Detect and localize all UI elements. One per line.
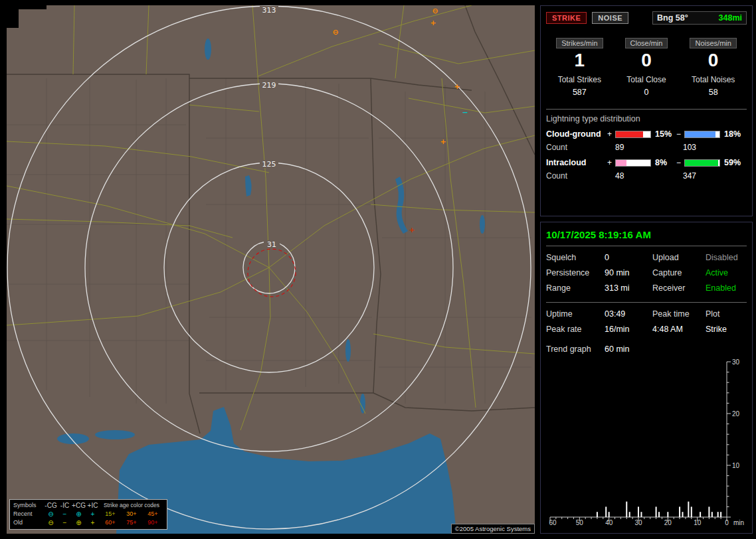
- map-view[interactable]: 313 219 125 31 ⊖+⊖+−++ Symbols -CG -IC +…: [7, 5, 535, 534]
- range-label: Range: [546, 283, 605, 293]
- peak-rate-label: Peak rate: [546, 325, 605, 334]
- noise-mode-button[interactable]: NOISE: [592, 12, 628, 24]
- x-tick-30: 30: [634, 519, 642, 526]
- svg-text:−: −: [462, 108, 468, 117]
- ic-negative-bar: [684, 159, 720, 167]
- legend-col-neg-cg: -CG: [44, 501, 58, 510]
- legend-header-row: Symbols -CG -IC +CG +IC Strike age color…: [13, 501, 163, 510]
- current-datetime: 10/17/2025 8:19:16 AM: [546, 229, 747, 240]
- bearing-value: Bng 58°: [657, 13, 688, 23]
- trend-axis-labels: 30 20 10 60 50 40 30 20 10 0 min: [549, 359, 744, 526]
- age-60: 60+: [100, 518, 121, 527]
- intracloud-row: Intracloud + 8% − 59%: [546, 158, 747, 167]
- ic-positive-bar-fill: [616, 160, 626, 166]
- right-panel: STRIKE NOISE Bng 58° 348mi Strikes/min 1…: [540, 5, 753, 534]
- stat-col-strikes: Strikes/min 1 Total Strikes 587: [546, 38, 613, 97]
- ic-negative-pct: 59%: [720, 158, 743, 167]
- map-legend: Symbols -CG -IC +CG +IC Strike age color…: [9, 499, 167, 530]
- close-per-min-value: 0: [613, 50, 680, 70]
- ring-label-31: 31: [267, 240, 276, 249]
- neg-ic-old-icon: −: [58, 518, 72, 527]
- svg-text:⊖: ⊖: [332, 28, 338, 37]
- trend-graph-row: Trend graph 60 min: [546, 345, 747, 354]
- capture-label: Capture: [652, 268, 706, 277]
- age-30: 30+: [121, 510, 142, 518]
- cg-negative-bar-fill: [685, 131, 715, 137]
- receiver-value: Enabled: [706, 283, 747, 293]
- intracloud-count-row: Count 48 347: [546, 171, 747, 181]
- peak-time-label: Peak time: [652, 309, 706, 319]
- count-label: Count: [546, 143, 615, 152]
- capture-value: Active: [706, 268, 747, 277]
- legend-recent-label: Recent: [13, 510, 44, 518]
- legend-symbols-header: Symbols: [13, 501, 44, 510]
- x-tick-20: 20: [664, 519, 672, 526]
- plot-label: Plot: [706, 309, 747, 319]
- y-tick-20: 20: [732, 410, 740, 418]
- stat-col-close: Close/min 0 Total Close 0: [613, 38, 680, 97]
- strikes-per-min-header[interactable]: Strikes/min: [556, 38, 603, 48]
- persistence-value: 90 min: [605, 268, 652, 277]
- y-tick-30: 30: [732, 359, 740, 366]
- squelch-label: Squelch: [546, 253, 605, 262]
- stats-grid: Strikes/min 1 Total Strikes 587 Close/mi…: [546, 38, 747, 97]
- upload-label: Upload: [652, 253, 706, 262]
- pos-ic-recent-icon: +: [86, 510, 100, 518]
- cg-positive-pct: 15%: [651, 129, 676, 139]
- total-close-label: Total Close: [613, 75, 680, 84]
- cg-positive-bar-fill: [616, 131, 643, 137]
- noises-per-min-header[interactable]: Noises/min: [690, 38, 736, 48]
- pos-ic-old-icon: +: [86, 518, 100, 527]
- minus-sign: −: [676, 129, 684, 139]
- age-15: 15+: [100, 510, 121, 518]
- total-strikes-label: Total Strikes: [546, 75, 613, 84]
- copyright-notice: ©2005 Astrogenic Systems: [451, 524, 535, 534]
- status-box: 10/17/2025 8:19:16 AM Squelch 0 Upload D…: [540, 222, 753, 534]
- legend-old-label: Old: [13, 518, 44, 527]
- ring-label-125: 125: [262, 160, 276, 169]
- uptime-value: 03:49: [605, 309, 652, 319]
- cloud-ground-label: Cloud-ground: [546, 129, 607, 139]
- x-tick-40: 40: [605, 519, 613, 526]
- svg-text:+: +: [430, 19, 436, 27]
- x-tick-50: 50: [576, 519, 584, 526]
- squelch-value: 0: [605, 253, 652, 262]
- neg-ic-recent-icon: −: [58, 510, 72, 518]
- legend-age-header: Strike age color codes: [100, 501, 163, 510]
- uptime-label: Uptime: [546, 309, 605, 319]
- ic-positive-count: 48: [615, 171, 683, 181]
- trend-ticks: [550, 362, 731, 521]
- strikes-per-min-value: 1: [546, 50, 613, 70]
- legend-old-row: Old ⊖ − ⊕ + 60+ 75+ 90+: [13, 518, 163, 527]
- total-noises-value: 58: [680, 88, 747, 97]
- neg-cg-recent-icon: ⊖: [44, 510, 58, 518]
- trend-axes: [550, 362, 727, 517]
- plus-sign: +: [607, 158, 615, 167]
- x-tick-10: 10: [694, 519, 702, 526]
- distribution-title: Lightning type distribution: [546, 114, 747, 123]
- minus-sign: −: [676, 158, 684, 167]
- svg-text:+: +: [440, 137, 446, 146]
- legend-recent-row: Recent ⊖ − ⊕ + 15+ 30+ 45+: [13, 510, 163, 518]
- divider: [546, 246, 747, 246]
- peak-time-value: 4:48 AM: [652, 325, 706, 334]
- cg-negative-pct: 18%: [720, 129, 743, 139]
- stats-box: STRIKE NOISE Bng 58° 348mi Strikes/min 1…: [540, 5, 753, 216]
- close-per-min-header[interactable]: Close/min: [625, 38, 668, 48]
- trend-graph-value: 60 min: [605, 345, 747, 354]
- x-axis-unit: min: [733, 519, 744, 526]
- ring-label-313: 313: [262, 6, 276, 15]
- x-tick-60: 60: [549, 519, 557, 526]
- pos-cg-recent-icon: ⊕: [72, 510, 86, 518]
- legend-col-pos-cg: +CG: [72, 501, 86, 510]
- ic-negative-count: 347: [683, 171, 747, 181]
- upload-value: Disabled: [706, 253, 747, 262]
- noises-per-min-value: 0: [680, 50, 747, 70]
- cg-positive-count: 89: [615, 143, 683, 152]
- bearing-display: Bng 58° 348mi: [652, 11, 747, 25]
- persistence-label: Persistence: [546, 268, 605, 277]
- strike-mode-button[interactable]: STRIKE: [546, 12, 587, 24]
- pos-cg-old-icon: ⊕: [72, 518, 86, 527]
- plus-sign: +: [607, 129, 615, 139]
- ring-label-219: 219: [262, 81, 276, 90]
